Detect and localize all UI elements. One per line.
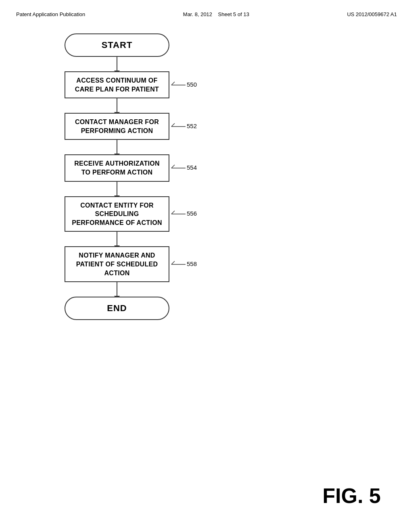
- node-558-label: NOTIFY MANAGER ANDPATIENT OF SCHEDULEDAC…: [76, 251, 158, 277]
- arrow-4-5: [117, 232, 117, 246]
- header-right: US 2012/0059672 A1: [347, 11, 397, 17]
- svg-text:558: 558: [187, 260, 197, 267]
- ref-554: 554: [171, 164, 194, 172]
- ref-line-552: 552: [171, 123, 194, 131]
- arrow-2-3: [117, 140, 117, 154]
- node-552-label: CONTACT MANAGER FORPERFORMING ACTION: [75, 118, 159, 135]
- svg-line-1: [171, 82, 175, 85]
- svg-text:556: 556: [187, 210, 197, 217]
- svg-line-13: [171, 261, 175, 264]
- node-552: CONTACT MANAGER FORPERFORMING ACTION 552: [65, 113, 169, 140]
- ref-line-550: 550: [171, 81, 194, 89]
- ref-550: 550: [171, 81, 194, 89]
- node-558: NOTIFY MANAGER ANDPATIENT OF SCHEDULEDAC…: [65, 246, 169, 282]
- ref-line-558: 558: [171, 260, 194, 268]
- node-556: CONTACT ENTITY FORSCHEDULINGPERFORMANCE …: [65, 196, 169, 232]
- svg-line-4: [171, 123, 175, 127]
- svg-line-10: [171, 211, 175, 214]
- ref-556: 556: [171, 210, 194, 218]
- header-left: Patent Application Publication: [16, 11, 85, 17]
- svg-text:552: 552: [187, 123, 197, 129]
- start-label: START: [102, 40, 133, 50]
- node-554: RECEIVE AUTHORIZATIONTO PERFORM ACTION 5…: [65, 154, 169, 181]
- figure-label: FIG. 5: [323, 484, 381, 508]
- node-556-label: CONTACT ENTITY FORSCHEDULINGPERFORMANCE …: [72, 201, 162, 227]
- ref-line-554: 554: [171, 164, 194, 172]
- ref-line-556: 556: [171, 210, 194, 218]
- node-550-label: ACCESS CONTINUUM OFCARE PLAN FOR PATIENT: [75, 76, 159, 94]
- ref-558: 558: [171, 260, 194, 268]
- flowchart-diagram: START ACCESS CONTINUUM OFCARE PLAN FOR P…: [0, 17, 413, 320]
- arrow-3-4: [117, 182, 117, 196]
- end-node: END: [65, 297, 169, 320]
- node-554-label: RECEIVE AUTHORIZATIONTO PERFORM ACTION: [74, 159, 160, 177]
- page-header: Patent Application Publication Mar. 8, 2…: [0, 0, 413, 17]
- arrow-0-1: [117, 57, 117, 71]
- svg-line-7: [171, 165, 175, 168]
- start-node: START: [65, 33, 169, 57]
- end-label: END: [107, 303, 127, 314]
- header-center: Mar. 8, 2012 Sheet 5 of 13: [183, 11, 249, 17]
- header-sheet: Sheet 5 of 13: [218, 11, 249, 17]
- svg-text:554: 554: [187, 164, 197, 171]
- node-550: ACCESS CONTINUUM OFCARE PLAN FOR PATIENT…: [65, 71, 169, 98]
- arrow-1-2: [117, 98, 117, 113]
- header-date: Mar. 8, 2012: [183, 11, 212, 17]
- svg-text:550: 550: [187, 81, 197, 88]
- ref-552: 552: [171, 123, 194, 131]
- arrow-5-end: [117, 282, 117, 297]
- flow-wrapper: START ACCESS CONTINUUM OFCARE PLAN FOR P…: [65, 33, 169, 320]
